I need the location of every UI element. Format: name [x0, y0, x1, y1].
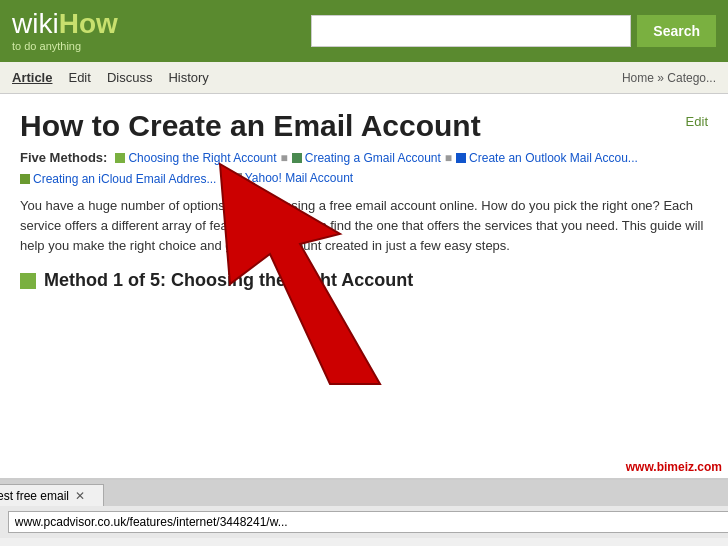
method-dot-3	[456, 153, 466, 163]
method-dot-1	[115, 153, 125, 163]
method1-square	[20, 273, 36, 289]
method1-heading: Method 1 of 5: Choosing the Right Accoun…	[20, 270, 708, 291]
watermark: www.bimeiz.com	[620, 456, 728, 478]
method-link-3: Create an Outlook Mail Accou...	[456, 151, 638, 165]
method-link-4-text[interactable]: Creating an iCloud Email Addres...	[33, 172, 216, 186]
methods-label: Five Methods:	[20, 150, 107, 165]
method-dot-5	[232, 173, 242, 183]
method-link-1: Choosing the Right Account	[115, 151, 276, 165]
method-link-4: Creating an iCloud Email Addres...	[20, 172, 216, 186]
browser-tabs: est free email ✕	[0, 480, 728, 506]
tab-x-icon: ✕	[75, 489, 85, 503]
method-dot-4	[20, 174, 30, 184]
browser-tab: est free email ✕	[0, 484, 104, 506]
bottom-browser: est free email ✕ ◄ www.pcadvisor.co.uk/f…	[0, 478, 728, 546]
method-link-3-text[interactable]: Create an Outlook Mail Accou...	[469, 151, 638, 165]
sep-2: ■	[445, 151, 452, 165]
intro-text: You have a huge number of options when c…	[20, 196, 708, 256]
method-link-5: Yahoo! Mail Account	[232, 171, 354, 185]
breadcrumb: Home » Catego...	[622, 71, 716, 85]
search-button[interactable]: Search	[637, 15, 716, 47]
header: wikiHow to do anything Search	[0, 0, 728, 62]
search-area: Search	[311, 15, 716, 47]
nav-bar: Article Edit Discuss History Home » Cate…	[0, 62, 728, 94]
logo-area: wikiHow to do anything	[12, 10, 118, 52]
main-content: How to Create an Email Account Edit Five…	[0, 94, 728, 546]
nav-discuss[interactable]: Discuss	[107, 70, 153, 85]
method-link-5-text[interactable]: Yahoo! Mail Account	[245, 171, 354, 185]
logo-tagline: to do anything	[12, 40, 118, 52]
methods-line: Five Methods: Choosing the Right Account…	[20, 150, 708, 186]
method1-heading-text: Method 1 of 5: Choosing the Right Accoun…	[44, 270, 413, 291]
search-input[interactable]	[311, 15, 631, 47]
tab-label: est free email	[0, 489, 69, 503]
sep-1: ■	[281, 151, 288, 165]
method-link-2-text[interactable]: Creating a Gmail Account	[305, 151, 441, 165]
nav-article[interactable]: Article	[12, 70, 52, 85]
sep-3: ■	[220, 171, 227, 185]
method1-section: Method 1 of 5: Choosing the Right Accoun…	[20, 270, 708, 291]
logo-text: wikiHow	[12, 10, 118, 38]
page-title-area: How to Create an Email Account Edit	[20, 108, 708, 144]
browser-address-bar: ◄ www.pcadvisor.co.uk/features/internet/…	[0, 506, 728, 538]
browser-url-input[interactable]: www.pcadvisor.co.uk/features/internet/34…	[8, 511, 728, 533]
method-link-1-text[interactable]: Choosing the Right Account	[128, 151, 276, 165]
edit-link[interactable]: Edit	[686, 114, 708, 129]
method-dot-2	[292, 153, 302, 163]
browser-back-icon[interactable]: ◄	[0, 514, 2, 530]
logo-wiki: wiki	[12, 8, 59, 39]
nav-links: Article Edit Discuss History	[12, 70, 209, 85]
method-link-2: Creating a Gmail Account	[292, 151, 441, 165]
page-title: How to Create an Email Account	[20, 108, 481, 144]
nav-history[interactable]: History	[168, 70, 208, 85]
nav-edit[interactable]: Edit	[68, 70, 90, 85]
logo-how: How	[59, 8, 118, 39]
